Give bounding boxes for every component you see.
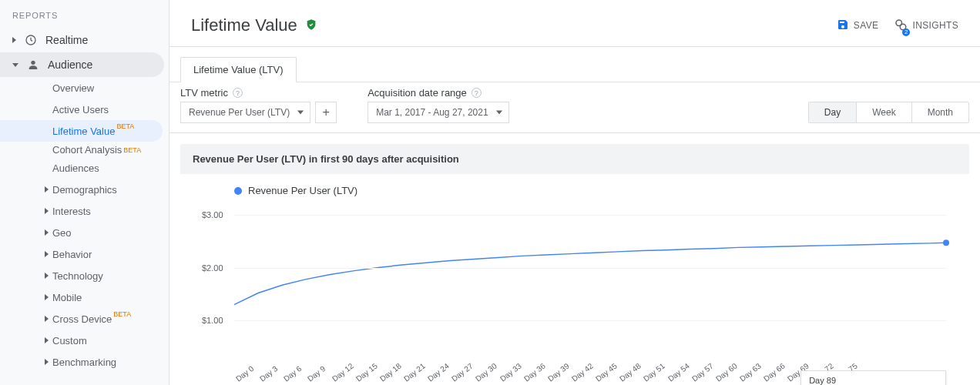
- sidebar-item-demographics[interactable]: Demographics: [0, 179, 169, 200]
- shield-check-icon: [305, 18, 317, 33]
- beta-badge: BETA: [123, 145, 141, 156]
- chevron-right-icon: [45, 186, 49, 192]
- help-icon[interactable]: ?: [472, 88, 482, 98]
- range-week[interactable]: Week: [856, 102, 911, 122]
- date-range-dropdown[interactable]: Mar 1, 2017 - Aug 27, 2021: [368, 102, 508, 123]
- chevron-right-icon: [45, 359, 49, 365]
- sidebar-item-technology[interactable]: Technology: [0, 265, 169, 286]
- legend-label: Revenue Per User (LTV): [248, 185, 357, 196]
- sidebar-item-cross-device[interactable]: Cross DeviceBETA: [0, 308, 169, 330]
- sidebar-item-geo[interactable]: Geo: [0, 222, 169, 243]
- sidebar-item-audiences[interactable]: Audiences: [0, 157, 169, 179]
- add-metric-button[interactable]: +: [315, 102, 337, 123]
- sidebar-item-cohort-analysis[interactable]: Cohort Analysis BETA: [0, 142, 169, 157]
- chart-plot: $1.00$2.00$3.00: [234, 204, 946, 373]
- insights-icon: [894, 18, 908, 34]
- range-month[interactable]: Month: [911, 102, 968, 122]
- sidebar-item-interests[interactable]: Interests: [0, 200, 169, 222]
- sidebar-item-overview[interactable]: Overview: [0, 77, 169, 99]
- page-title: Lifetime Value: [191, 15, 297, 35]
- chart-tooltip: Day 89 Revenue Per User (LTV): $2.47: [800, 370, 946, 385]
- chevron-right-icon: [45, 337, 49, 343]
- sidebar-item-behavior[interactable]: Behavior: [0, 243, 169, 265]
- range-toggle: Day Week Month: [808, 102, 969, 123]
- y-tick: $2.00: [202, 263, 223, 273]
- ltv-metric-dropdown[interactable]: Revenue Per User (LTV): [180, 102, 310, 123]
- range-day[interactable]: Day: [809, 102, 856, 122]
- svg-point-3: [901, 24, 907, 30]
- svg-point-1: [31, 61, 35, 65]
- svg-point-4: [943, 239, 949, 246]
- save-icon: [837, 18, 849, 33]
- chevron-right-icon: [45, 208, 49, 214]
- sidebar-item-benchmarking[interactable]: Benchmarking: [0, 351, 169, 373]
- chevron-right-icon: [45, 294, 49, 300]
- save-button[interactable]: SAVE: [837, 18, 879, 33]
- chevron-down-icon: [12, 63, 18, 67]
- clock-icon: [24, 33, 38, 47]
- beta-badge: BETA: [116, 122, 134, 130]
- ltv-metric-label: LTV metric: [180, 87, 228, 99]
- nav-realtime[interactable]: Realtime: [0, 28, 169, 52]
- main: Lifetime Value SAVE INSIGHTS Lifetime Va…: [169, 0, 980, 385]
- chevron-right-icon: [45, 251, 49, 257]
- tooltip-day-label: Day 89: [809, 376, 938, 385]
- sidebar: REPORTS Realtime Audience Overview Activ…: [0, 0, 169, 385]
- nav-audience[interactable]: Audience: [0, 52, 164, 77]
- sidebar-item-custom[interactable]: Custom: [0, 330, 169, 351]
- beta-badge: BETA: [113, 310, 131, 318]
- insights-button[interactable]: INSIGHTS: [894, 18, 958, 34]
- chart-title: Revenue Per User (LTV) in first 90 days …: [180, 144, 969, 174]
- chevron-right-icon: [45, 229, 49, 236]
- save-label: SAVE: [854, 20, 879, 31]
- tabstrip: Lifetime Value (LTV): [169, 47, 980, 82]
- legend-dot-icon: [234, 187, 242, 195]
- date-range-label: Acquisition date range: [368, 87, 467, 99]
- sidebar-item-active-users[interactable]: Active Users: [0, 99, 169, 120]
- chevron-right-icon: [12, 37, 16, 43]
- titlebar: Lifetime Value SAVE INSIGHTS: [169, 0, 980, 46]
- person-icon: [26, 58, 40, 72]
- chart-line: [234, 204, 946, 373]
- chart-card: Revenue Per User (LTV) in first 90 days …: [180, 144, 969, 385]
- sidebar-header: REPORTS: [0, 8, 169, 28]
- chevron-right-icon: [45, 316, 49, 322]
- tab-ltv[interactable]: Lifetime Value (LTV): [180, 57, 297, 82]
- chevron-right-icon: [45, 273, 49, 279]
- help-icon[interactable]: ?: [233, 88, 243, 98]
- nav-audience-label: Audience: [48, 59, 92, 71]
- sidebar-item-mobile[interactable]: Mobile: [0, 286, 169, 308]
- chart-legend: Revenue Per User (LTV): [203, 185, 946, 204]
- sidebar-item-lifetime-value[interactable]: Lifetime ValueBETA: [0, 120, 163, 142]
- nav-realtime-label: Realtime: [45, 34, 88, 46]
- y-tick: $3.00: [202, 210, 223, 219]
- insights-label: INSIGHTS: [912, 20, 958, 31]
- y-tick: $1.00: [202, 316, 223, 325]
